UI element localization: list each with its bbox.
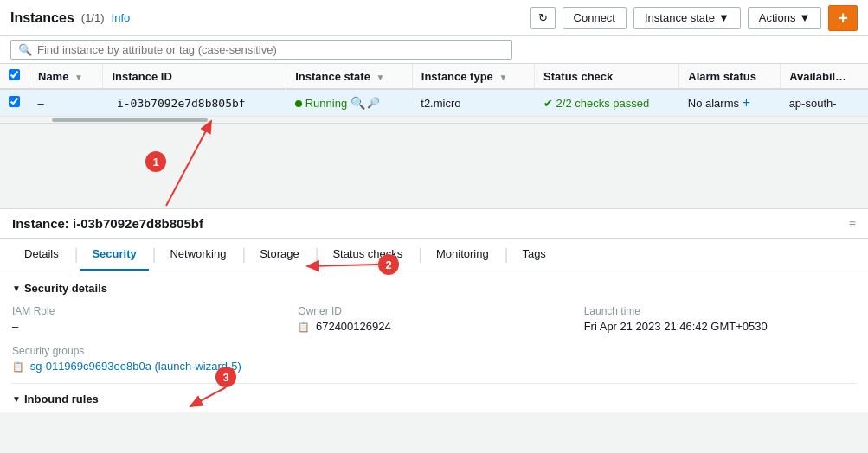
instance-count: (1/1): [81, 11, 105, 24]
running-dot: [295, 100, 302, 107]
tab-details[interactable]: Details: [12, 239, 71, 271]
info-link[interactable]: Info: [112, 11, 131, 24]
annotation-area: 1: [0, 124, 868, 208]
security-groups-label: Security groups: [12, 345, 856, 357]
toolbar-actions: ↻ Connect Instance state ▼ Actions ▼ +: [530, 5, 858, 31]
iam-role-label: IAM Role: [12, 305, 284, 317]
collapse-icon[interactable]: ≡: [849, 217, 856, 231]
check-circle-icon: ✔: [543, 97, 553, 110]
tab-storage[interactable]: Storage: [248, 239, 312, 271]
instance-state-button[interactable]: Instance state ▼: [633, 7, 741, 29]
row-name: –: [29, 89, 103, 117]
owner-id-value: 📋 672400126924: [298, 320, 569, 333]
triangle-icon: ▼: [12, 284, 21, 293]
launch-time-field: Launch time Fri Apr 21 2023 21:46:42 GMT…: [584, 305, 856, 333]
iam-role-field: IAM Role –: [12, 305, 284, 333]
search-icon: 🔍: [18, 43, 32, 56]
add-alarm-icon[interactable]: +: [743, 95, 750, 110]
table-header-row: Name ▼ Instance ID Instance state ▼ Inst…: [0, 64, 868, 89]
tab-monitoring[interactable]: Monitoring: [424, 239, 501, 271]
col-name[interactable]: Name ▼: [29, 64, 103, 89]
chevron-down-icon-2: ▼: [799, 11, 810, 24]
horizontal-scrollbar[interactable]: [0, 117, 868, 124]
instances-table: Name ▼ Instance ID Instance state ▼ Inst…: [0, 64, 868, 117]
search-input[interactable]: [37, 43, 505, 56]
zoom-out-icon[interactable]: 🔎: [367, 97, 380, 109]
launch-instance-button[interactable]: +: [828, 5, 858, 31]
search-bar: 🔍: [0, 36, 868, 64]
page-title: Instances: [10, 10, 74, 26]
annotation-1: 1: [145, 151, 166, 172]
row-instance-type: t2.micro: [412, 89, 534, 117]
col-status-check: Status check: [535, 64, 679, 89]
detail-header: Instance: i-03b7092e7d8b805bf ≡: [0, 209, 868, 239]
tab-networking[interactable]: Networking: [158, 239, 238, 271]
launch-time-label: Launch time: [584, 305, 856, 317]
col-instance-type[interactable]: Instance type ▼: [412, 64, 534, 89]
tab-security[interactable]: Security: [80, 239, 148, 271]
fields-grid: IAM Role – Owner ID 📋 672400126924 Launc…: [12, 305, 856, 333]
row-alarm-status: No alarms +: [679, 89, 781, 117]
iam-role-value: –: [12, 320, 284, 333]
detail-tabs-bar: Details | Security | Networking | Storag…: [0, 239, 868, 271]
owner-id-field: Owner ID 📋 672400126924: [298, 305, 569, 333]
copy-icon-sg[interactable]: 📋: [12, 361, 24, 372]
row-state: Running 🔍 🔎: [286, 89, 413, 117]
search-wrapper: 🔍: [10, 40, 512, 60]
security-group-link[interactable]: sg-011969c9693ee8b0a (launch-wizard-5): [30, 360, 241, 373]
row-status-check: ✔ 2/2 checks passed: [535, 89, 679, 117]
scrollbar-thumb[interactable]: [52, 118, 208, 122]
security-content: ▼ Security details IAM Role – Owner ID 📋…: [0, 271, 868, 383]
title-area: Instances (1/1) Info: [10, 10, 130, 26]
security-groups-area: Security groups 📋 sg-011969c9693ee8b0a (…: [12, 345, 856, 373]
row-availability: ap-south-: [781, 89, 868, 117]
owner-id-label: Owner ID: [298, 305, 569, 317]
table-row[interactable]: – i-03b7092e7d8b805bf Running 🔍 🔎: [0, 89, 868, 117]
security-groups-value: 📋 sg-011969c9693ee8b0a (launch-wizard-5): [12, 360, 856, 373]
row-checkbox[interactable]: [0, 89, 29, 117]
inbound-triangle-icon: ▼: [12, 394, 21, 404]
top-bar: Instances (1/1) Info ↻ Connect Instance …: [0, 0, 868, 36]
col-availability: Availabil…: [781, 64, 868, 89]
actions-button[interactable]: Actions ▼: [748, 7, 822, 29]
section-title: ▼ Security details: [12, 282, 856, 295]
zoom-in-icon[interactable]: 🔍: [350, 96, 365, 110]
chevron-down-icon: ▼: [718, 11, 730, 24]
launch-time-value: Fri Apr 21 2023 21:46:42 GMT+0530: [584, 320, 856, 333]
col-instance-state[interactable]: Instance state ▼: [286, 64, 413, 89]
col-alarm-status: Alarm status: [679, 64, 781, 89]
instance-detail-panel: Instance: i-03b7092e7d8b805bf ≡ Details …: [0, 208, 868, 412]
select-all-checkbox[interactable]: [0, 64, 29, 89]
tab-tags[interactable]: Tags: [510, 239, 557, 271]
inbound-rules-title: ▼ Inbound rules: [12, 383, 856, 412]
connect-button[interactable]: Connect: [563, 7, 627, 29]
instances-table-wrapper: Name ▼ Instance ID Instance state ▼ Inst…: [0, 64, 868, 117]
tab-status-checks[interactable]: Status checks: [320, 239, 415, 271]
refresh-button[interactable]: ↻: [530, 7, 556, 29]
row-instance-id: i-03b7092e7d8b805bf: [103, 89, 286, 117]
col-instance-id: Instance ID: [103, 64, 286, 89]
inbound-rules-section: ▼ Inbound rules: [0, 383, 868, 412]
copy-icon[interactable]: 📋: [298, 322, 310, 332]
detail-title: Instance: i-03b7092e7d8b805bf: [12, 216, 203, 231]
